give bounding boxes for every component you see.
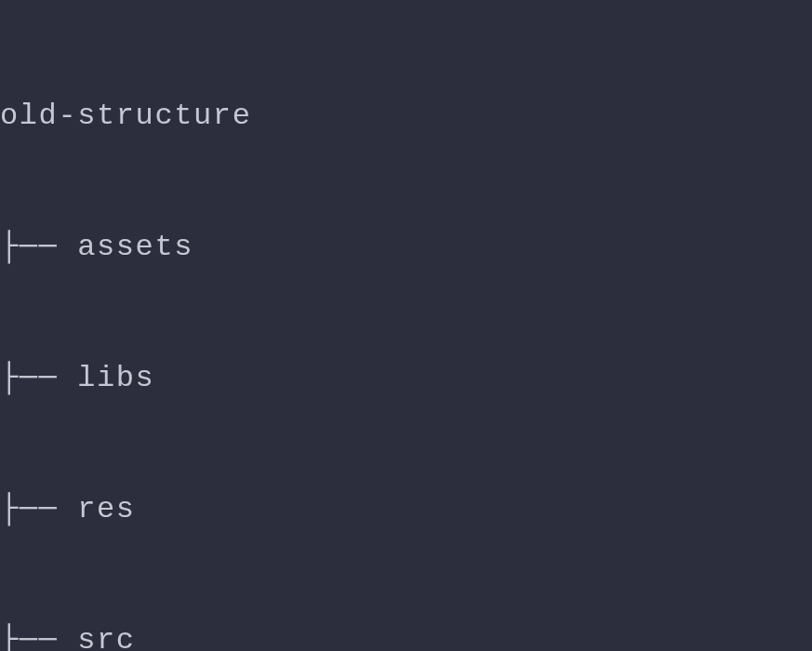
tree-root: old-structure xyxy=(0,84,812,149)
tree-item-libs: ├── libs xyxy=(0,346,812,411)
tree-item-assets: ├── assets xyxy=(0,215,812,280)
directory-tree: old-structure ├── assets ├── libs ├── re… xyxy=(0,19,812,651)
tree-item-src: ├── src xyxy=(0,608,812,651)
tree-item-res: ├── res xyxy=(0,477,812,542)
